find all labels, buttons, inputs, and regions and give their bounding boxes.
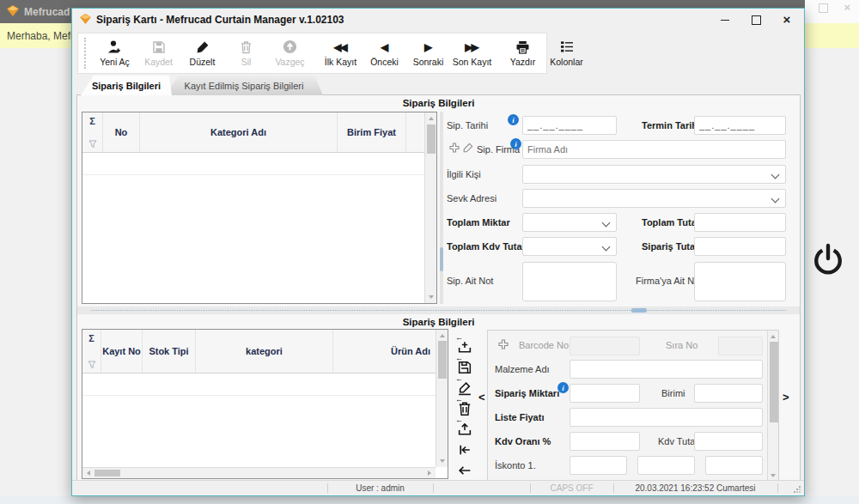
duzelt-button[interactable]: Düzelt <box>180 34 224 72</box>
horizontal-splitter[interactable] <box>77 307 800 314</box>
toolbar-grip[interactable] <box>84 38 86 69</box>
scrollbar-thumb[interactable] <box>94 470 120 477</box>
scroll-down-icon[interactable] <box>440 459 445 463</box>
ilk-kayit-button[interactable]: ◀◀ İlk Kayıt <box>319 34 362 72</box>
chevron-down-icon <box>771 171 780 179</box>
panel-vertical-scrollbar[interactable] <box>767 331 778 482</box>
sil-button[interactable]: Sil <box>224 34 268 72</box>
edit-icon <box>196 39 210 54</box>
vertical-splitter[interactable] <box>440 112 443 304</box>
scroll-up-icon[interactable] <box>771 335 776 338</box>
scroll-up-icon[interactable] <box>440 334 445 337</box>
son-kayit-button[interactable]: ▶▶ Son Kayıt <box>450 34 494 72</box>
onceki-button[interactable]: ◀ Önceki <box>362 34 406 72</box>
toplam-miktar-combobox[interactable] <box>522 213 617 232</box>
background-close-button[interactable]: × <box>844 3 850 12</box>
scrollbar-thumb[interactable] <box>438 341 447 379</box>
scrollbar-thumb[interactable] <box>427 124 436 154</box>
liste-fiyati-input[interactable] <box>570 408 763 427</box>
column-header-kayit-no[interactable]: Kayıt No <box>101 330 143 373</box>
previous-row-button[interactable] <box>457 463 476 482</box>
column-header-kategori[interactable]: kategori <box>196 330 333 373</box>
scrollbar-thumb[interactable] <box>770 342 778 422</box>
sevk-adresi-combobox[interactable] <box>522 189 786 208</box>
info-icon[interactable]: i <box>557 382 569 393</box>
sip-tarihi-input[interactable] <box>522 116 617 135</box>
panel-scroll-left-button[interactable]: < <box>478 391 485 404</box>
column-header-stok-tipi[interactable]: Stok Tipi <box>143 330 196 373</box>
firmaya-ait-not-textarea[interactable] <box>694 262 786 301</box>
iskonto-input-1[interactable] <box>570 456 627 475</box>
grid-horizontal-scrollbar[interactable] <box>82 467 436 478</box>
panel-scroll-right-button[interactable]: > <box>783 391 789 404</box>
filter-icon[interactable] <box>88 140 97 149</box>
resize-grip[interactable] <box>793 485 801 493</box>
kdv-tutar-input[interactable] <box>694 432 763 451</box>
toplam-miktar-label: Toplam Miktar <box>447 217 510 228</box>
grid-sigma-column[interactable]: Σ <box>82 330 101 373</box>
termin-tarihi-input[interactable] <box>694 116 786 135</box>
sip-tarihi-label: Sip. Tarihi <box>447 120 488 131</box>
edit-firma-icon[interactable] <box>463 143 473 153</box>
toolbar-button-label: Kaydet <box>144 57 173 67</box>
minimize-button[interactable] <box>710 9 740 30</box>
column-header-birim-fiyat[interactable]: Birim Fiyat <box>338 112 406 152</box>
sip-ait-not-textarea[interactable] <box>522 262 617 301</box>
liste-fiyati-label: Liste Fiyatı <box>495 412 544 422</box>
toplam-tutar-input[interactable] <box>694 213 786 232</box>
info-icon[interactable]: i <box>508 114 519 125</box>
yazdir-button[interactable]: Yazdır <box>501 34 545 72</box>
sevk-adresi-label: Sevk Adresi <box>447 193 497 203</box>
iskonto-input-3[interactable] <box>705 456 763 475</box>
background-maximize-button[interactable] <box>819 3 828 13</box>
ilgili-kisi-combobox[interactable] <box>522 165 786 184</box>
kdv-orani-input[interactable] <box>570 432 640 451</box>
yeni-ac-button[interactable]: Yeni Aç <box>93 34 137 72</box>
sip-firma-input[interactable] <box>522 140 786 159</box>
tab-siparis-bilgileri[interactable]: Sipariş Bilgileri <box>81 76 172 95</box>
siparis-miktari-input[interactable] <box>570 384 640 403</box>
power-button[interactable] <box>811 241 845 279</box>
column-header-no[interactable]: No <box>103 112 140 152</box>
grid-sigma-column[interactable]: Σ <box>82 112 103 152</box>
kolonlar-button[interactable]: Kolonlar <box>545 34 588 72</box>
tab-kayit-edilmis-siparis-bilgileri[interactable]: Kayıt Edilmiş Sipariş Bilgileri <box>165 76 323 95</box>
restore-row-button[interactable] <box>457 422 476 440</box>
first-row-button[interactable] <box>457 442 476 461</box>
birimi-input[interactable] <box>694 384 763 403</box>
column-header-urun-adi[interactable]: Ürün Adı <box>333 330 436 373</box>
chevron-down-icon <box>771 195 780 203</box>
toplam-kdv-combobox[interactable] <box>522 237 617 256</box>
iskonto-input-2[interactable] <box>637 456 695 475</box>
sip-ait-not-label: Sip. Ait Not <box>447 276 493 286</box>
sonraki-button[interactable]: ▶ Sonraki <box>406 34 450 72</box>
scroll-up-icon[interactable] <box>429 117 434 120</box>
dialog-window-controls: × <box>710 9 802 30</box>
info-icon[interactable]: i <box>510 138 521 149</box>
malzeme-adi-input[interactable] <box>570 360 763 379</box>
scroll-down-icon[interactable] <box>429 295 434 299</box>
horizontal-splitter-handle[interactable] <box>631 308 647 313</box>
toolbar-button-label: Son Kayıt <box>453 57 492 67</box>
vazgec-button[interactable]: Vazgeç <box>268 34 312 72</box>
toolbar-button-label: Yazdır <box>510 57 536 67</box>
column-header-kategori-adi[interactable]: Kategori Adı <box>140 112 338 152</box>
add-barcode-icon[interactable] <box>498 339 509 349</box>
kaydet-button[interactable]: Kaydet <box>137 34 180 72</box>
status-capslock: CAPS OFF <box>530 483 613 493</box>
scroll-down-icon[interactable] <box>771 474 776 477</box>
grid-vertical-scrollbar[interactable] <box>436 330 448 467</box>
grid-vertical-scrollbar[interactable] <box>424 112 436 303</box>
siparis-tutari-input[interactable] <box>694 237 786 256</box>
sum-icon[interactable]: Σ <box>88 334 94 343</box>
filter-icon[interactable] <box>88 361 96 369</box>
maximize-button[interactable] <box>740 9 771 30</box>
sira-no-input <box>718 337 763 355</box>
add-firma-icon[interactable] <box>449 143 460 153</box>
close-button[interactable]: × <box>771 9 802 30</box>
vertical-splitter-handle[interactable] <box>440 247 443 271</box>
ilgili-kisi-label: İlgili Kişi <box>447 169 481 179</box>
scroll-right-icon[interactable] <box>428 471 431 476</box>
sum-icon[interactable]: Σ <box>89 117 95 125</box>
scroll-left-icon[interactable] <box>87 471 90 476</box>
